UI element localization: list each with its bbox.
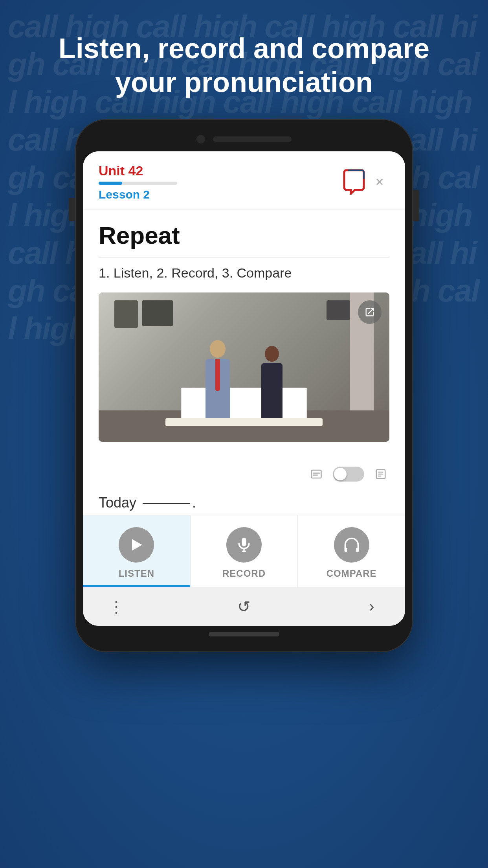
header-section: Listen, record and compare your pronunci… bbox=[27, 0, 461, 119]
person1-body bbox=[205, 359, 230, 418]
toggle-row bbox=[83, 462, 405, 487]
compare-label: COMPARE bbox=[327, 568, 377, 579]
progress-bar-container bbox=[99, 182, 177, 185]
svg-rect-8 bbox=[242, 537, 246, 546]
speaker-bar bbox=[213, 136, 292, 142]
subtitle-icon-svg bbox=[310, 468, 322, 480]
external-link-icon bbox=[364, 307, 375, 318]
menu-dots-button[interactable]: ⋮ bbox=[106, 597, 126, 616]
record-label: RECORD bbox=[222, 568, 266, 579]
today-row: Today . bbox=[83, 487, 405, 515]
today-blank bbox=[143, 503, 190, 504]
bottom-nav: ⋮ ↺ › bbox=[83, 587, 405, 626]
record-icon-circle bbox=[226, 527, 262, 563]
subtitle: 1. Listen, 2. Record, 3. Compare bbox=[99, 265, 389, 281]
scene-table bbox=[165, 418, 323, 426]
subtitle-icon bbox=[308, 465, 325, 483]
phone-top-bar bbox=[83, 131, 405, 151]
tab-compare[interactable]: COMPARE bbox=[298, 515, 405, 587]
headphones-icon bbox=[343, 536, 360, 554]
person-1 bbox=[205, 340, 230, 418]
svg-rect-12 bbox=[356, 548, 359, 552]
listen-label: LISTEN bbox=[119, 568, 154, 579]
tab-bar: LISTEN RECORD bbox=[83, 515, 405, 587]
nav-left: Unit 42 Lesson 2 bbox=[99, 163, 338, 201]
refresh-button[interactable]: ↺ bbox=[234, 597, 254, 616]
page-title: Repeat bbox=[99, 221, 389, 257]
forward-button[interactable]: › bbox=[362, 597, 382, 616]
unit-label: Unit 42 bbox=[99, 163, 338, 178]
toggle-knob bbox=[334, 468, 347, 480]
phone-bottom-bar bbox=[83, 626, 405, 640]
volume-button bbox=[69, 198, 75, 221]
person1-tie bbox=[215, 359, 220, 391]
phone-screen: Unit 42 Lesson 2 × Repeat 1. Listen, 2. … bbox=[83, 151, 405, 626]
progress-bar-fill bbox=[99, 182, 122, 185]
close-button[interactable]: × bbox=[370, 172, 389, 192]
play-icon bbox=[128, 536, 145, 554]
transcript-icon bbox=[372, 465, 389, 483]
phone-device: Unit 42 Lesson 2 × Repeat 1. Listen, 2. … bbox=[75, 119, 413, 652]
logo-icon bbox=[342, 168, 366, 196]
transcript-icon-svg bbox=[375, 468, 387, 480]
svg-rect-11 bbox=[344, 548, 347, 552]
tab-listen[interactable]: LISTEN bbox=[83, 515, 191, 587]
svg-rect-0 bbox=[312, 470, 321, 478]
person2-body bbox=[261, 363, 283, 418]
header-title: Listen, record and compare your pronunci… bbox=[59, 31, 429, 99]
power-button bbox=[413, 190, 419, 221]
today-label: Today . bbox=[99, 495, 196, 511]
video-scene bbox=[99, 292, 389, 442]
screen-content: Repeat 1. Listen, 2. Record, 3. Compare bbox=[83, 210, 405, 462]
camera-dot bbox=[196, 135, 205, 143]
listen-icon-circle bbox=[119, 527, 154, 563]
home-indicator bbox=[209, 632, 279, 636]
person2-head bbox=[265, 346, 279, 362]
svg-marker-7 bbox=[132, 539, 142, 550]
person-2 bbox=[261, 346, 283, 418]
scene-computer bbox=[327, 300, 350, 320]
lesson-label: Lesson 2 bbox=[99, 188, 338, 201]
compare-icon-circle bbox=[334, 527, 369, 563]
mic-icon bbox=[235, 536, 253, 554]
scene-frame-2 bbox=[142, 300, 173, 326]
screen-nav: Unit 42 Lesson 2 × bbox=[83, 151, 405, 210]
toggle-switch[interactable] bbox=[333, 467, 364, 482]
scene-people bbox=[205, 340, 283, 418]
video-container[interactable] bbox=[99, 292, 389, 442]
app-logo bbox=[338, 168, 370, 196]
tab-record[interactable]: RECORD bbox=[191, 515, 298, 587]
scene-frame-1 bbox=[114, 300, 138, 328]
person1-head bbox=[210, 340, 226, 358]
external-link-button[interactable] bbox=[358, 300, 382, 324]
